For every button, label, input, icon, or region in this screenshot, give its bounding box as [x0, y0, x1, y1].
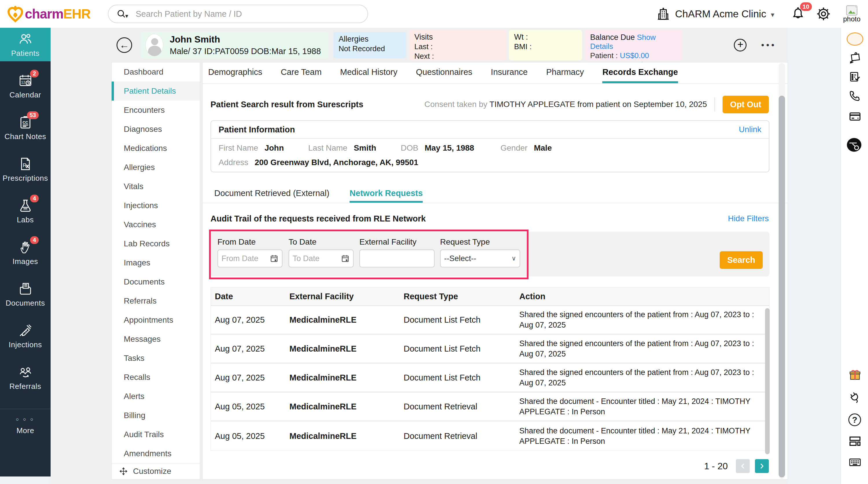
- sidebar-item-images[interactable]: 4 Images: [0, 232, 51, 274]
- app-logo[interactable]: charmEHR: [6, 4, 91, 23]
- detective-icon[interactable]: [845, 137, 863, 153]
- subtab-network-requests[interactable]: Network Requests: [349, 188, 423, 203]
- menu-item-documents[interactable]: Documents: [112, 272, 200, 292]
- menu-item-diagnoses[interactable]: Diagnoses: [112, 120, 200, 139]
- external-facility-field[interactable]: [364, 254, 431, 263]
- clinic-switcher[interactable]: ChARM Acme Clinic ▾: [656, 7, 774, 21]
- tab-pharmacy[interactable]: Pharmacy: [546, 67, 584, 83]
- tab-medical-history[interactable]: Medical History: [340, 67, 397, 83]
- menu-item-vaccines[interactable]: Vaccines: [112, 215, 200, 234]
- previous-page-button[interactable]: ‹: [736, 459, 750, 473]
- help-icon[interactable]: ?: [848, 414, 861, 426]
- table-row[interactable]: Aug 07, 2025 MedicalmineRLE Document Lis…: [211, 364, 769, 393]
- search-caret-icon[interactable]: ▾: [125, 12, 128, 19]
- back-button[interactable]: ←: [117, 37, 132, 53]
- menu-item-recalls[interactable]: Recalls: [112, 368, 200, 387]
- to-date-field[interactable]: [292, 254, 341, 263]
- menu-item-vitals[interactable]: Vitals: [112, 177, 200, 196]
- vitals-card[interactable]: Wt : BMI :: [509, 30, 582, 60]
- audit-trail-title: Audit Trail of the requests received fro…: [211, 214, 426, 223]
- plug-icon[interactable]: [848, 391, 862, 404]
- menu-item-alerts[interactable]: Alerts: [112, 387, 200, 406]
- patient-summary-card[interactable]: John Smith Male/ 37 ID:PAT0059 DOB:Mar 1…: [141, 32, 329, 58]
- customize-button[interactable]: Customize: [112, 463, 200, 479]
- menu-item-tasks[interactable]: Tasks: [112, 349, 200, 368]
- labs-badge: 4: [30, 194, 38, 202]
- pinned-note-icon[interactable]: [848, 51, 862, 64]
- table-row[interactable]: Aug 07, 2025 MedicalmineRLE Document Lis…: [211, 335, 769, 364]
- to-date-input[interactable]: [288, 249, 353, 267]
- menu-item-lab-records[interactable]: Lab Records: [112, 234, 200, 253]
- sidebar-item-documents[interactable]: Documents: [0, 274, 51, 315]
- unlink-link[interactable]: Unlink: [739, 125, 761, 134]
- images-badge: 4: [30, 236, 38, 244]
- chevron-right-icon: ›: [760, 459, 764, 471]
- add-button[interactable]: +: [734, 39, 747, 52]
- menu-item-medications[interactable]: Medications: [112, 139, 200, 158]
- hide-filters-link[interactable]: Hide Filters: [728, 214, 769, 223]
- tab-care-team[interactable]: Care Team: [281, 67, 321, 83]
- next-page-button[interactable]: ›: [755, 459, 769, 473]
- from-date-input[interactable]: [217, 249, 282, 267]
- balance-card[interactable]: Balance Due Show Details Patient : US$0.…: [585, 30, 682, 60]
- phone-icon[interactable]: [848, 89, 862, 102]
- sidebar-item-referrals[interactable]: Referrals: [0, 357, 51, 398]
- external-facility-input[interactable]: [360, 249, 435, 267]
- tab-demographics[interactable]: Demographics: [208, 67, 262, 83]
- menu-item-referrals[interactable]: Referrals: [112, 292, 200, 310]
- sidebar-item-labs[interactable]: 4 Labs: [0, 190, 51, 232]
- global-search[interactable]: ▾: [108, 5, 368, 23]
- search-button[interactable]: Search: [720, 251, 763, 269]
- table-row[interactable]: Aug 07, 2025 MedicalmineRLE Document Lis…: [211, 306, 769, 335]
- request-type-select[interactable]: --Select-- ∨: [440, 249, 520, 267]
- right-tool-rail: ?: [840, 28, 868, 484]
- sidebar-item-prescriptions[interactable]: R Prescriptions: [0, 149, 51, 190]
- table-header: Date External Facility Request Type Acti…: [211, 288, 769, 306]
- menu-item-appointments[interactable]: Appointments: [112, 310, 200, 330]
- menu-item-billing[interactable]: Billing: [112, 406, 200, 425]
- opt-out-button[interactable]: Opt Out: [722, 96, 769, 113]
- menu-item-injections[interactable]: Injections: [112, 196, 200, 215]
- sidebar-item-chart-notes[interactable]: CC 53 Chart Notes: [0, 107, 51, 149]
- sticky-note-oval-icon[interactable]: [847, 32, 863, 46]
- sidebar-item-more[interactable]: ○ ○ ○ More: [0, 409, 51, 441]
- visits-card[interactable]: Visits Last : Next :: [409, 30, 506, 60]
- allergies-card[interactable]: Allergies Not Recorded: [333, 32, 406, 58]
- menu-item-messages[interactable]: Messages: [112, 330, 200, 349]
- gift-icon[interactable]: [848, 368, 862, 382]
- more-options-button[interactable]: •••: [761, 40, 776, 50]
- patient-search-input[interactable]: [135, 9, 360, 19]
- keyboard-icon[interactable]: [848, 456, 862, 469]
- from-date-field[interactable]: [221, 254, 270, 263]
- from-date-label: From Date: [217, 237, 282, 248]
- calendar-picker-icon[interactable]: [341, 254, 349, 263]
- svg-text:12: 12: [21, 80, 25, 84]
- menu-item-dashboard[interactable]: Dashboard: [112, 62, 200, 82]
- sidebar-item-injections[interactable]: Injections: [0, 315, 51, 357]
- tab-insurance[interactable]: Insurance: [491, 67, 528, 83]
- table-row[interactable]: Aug 05, 2025 MedicalmineRLE Document Ret…: [211, 393, 769, 422]
- panel-scrollbar-thumb[interactable]: [779, 96, 785, 477]
- menu-item-images[interactable]: Images: [112, 253, 200, 272]
- table-row[interactable]: Aug 05, 2025 MedicalmineRLE Document Ret…: [211, 422, 769, 450]
- user-avatar[interactable]: photo: [843, 5, 861, 23]
- tab-records-exchange[interactable]: Records Exchange: [602, 67, 678, 83]
- menu-item-patient-details[interactable]: Patient Details: [112, 82, 200, 101]
- notifications-button[interactable]: 10: [790, 6, 806, 21]
- notification-badge: 10: [800, 2, 812, 11]
- tab-questionnaires[interactable]: Questionnaires: [416, 67, 472, 83]
- menu-item-amendments[interactable]: Amendments: [112, 444, 200, 463]
- audit-filter-bar: From Date To Date External Facility: [211, 232, 769, 276]
- menu-item-audit-trails[interactable]: Audit Trails: [112, 425, 200, 444]
- menu-item-encounters[interactable]: Encounters: [112, 101, 200, 120]
- settings-button[interactable]: [816, 6, 831, 21]
- subtab-document-retrieved[interactable]: Document Retrieved (External): [214, 188, 329, 203]
- sidebar-item-calendar[interactable]: 12 2 Calendar: [0, 65, 51, 107]
- sidebar-item-patients[interactable]: Patients: [0, 28, 51, 61]
- menu-item-allergies[interactable]: Allergies: [112, 158, 200, 177]
- questionnaire-check-icon[interactable]: [848, 70, 862, 83]
- calendar-picker-icon[interactable]: [270, 254, 278, 263]
- table-scrollbar[interactable]: [765, 308, 770, 454]
- layout-icon[interactable]: [848, 434, 862, 448]
- credit-card-icon[interactable]: [848, 110, 862, 123]
